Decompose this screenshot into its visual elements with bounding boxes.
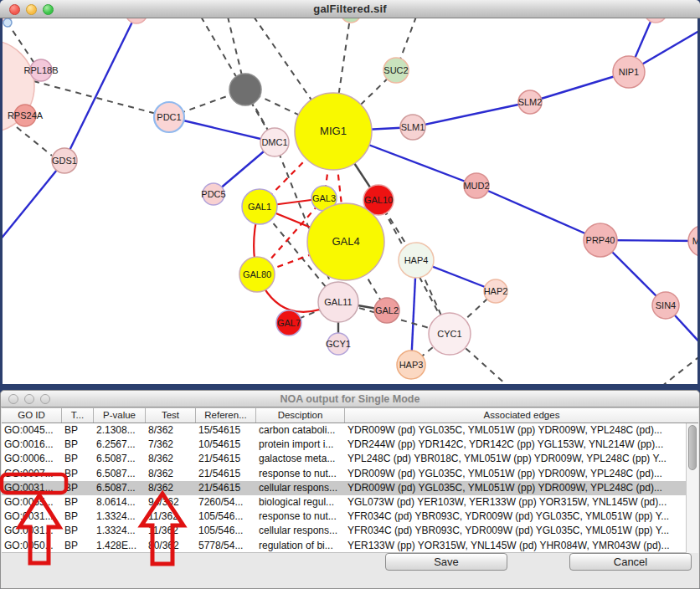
node-HAP4[interactable]: HAP4 xyxy=(399,243,434,278)
table-row[interactable]: GO:0031...BP1.3324...11/362105/546...res… xyxy=(2,510,686,524)
node-GAL2[interactable]: GAL2 xyxy=(374,298,399,323)
table-row[interactable]: GO:0050...BP1.428E...80/3625778/54...reg… xyxy=(2,539,686,553)
node-label: PRP40 xyxy=(586,235,615,245)
cell-reference: 21/54615 xyxy=(196,452,256,466)
cell-description: galactose meta... xyxy=(256,452,345,466)
edge-SLM1-SLM2[interactable] xyxy=(413,102,530,127)
node-NIP1[interactable]: NIP1 xyxy=(613,56,645,88)
cell-p-value: 8.0614... xyxy=(94,495,146,510)
node-GCY1[interactable]: GCY1 xyxy=(326,333,351,355)
node-topGreen[interactable] xyxy=(341,18,361,23)
noa-window-title: NOA output for Single Mode xyxy=(1,393,699,405)
cell-description: biological regul... xyxy=(256,495,345,510)
node-SLM1[interactable]: SLM1 xyxy=(400,115,425,140)
column-header-test[interactable]: Test xyxy=(146,408,196,423)
node-MSL1[interactable]: MSL1 xyxy=(688,225,697,257)
cell-type: BP xyxy=(62,495,94,510)
edge-PDC1-DMC1[interactable] xyxy=(169,117,275,142)
cell-edges: YER133W (pp) YOR315W, YNL145W (pd) YHR08… xyxy=(345,539,686,553)
cell-description: response to nut... xyxy=(256,467,345,481)
edge-MUD2-PRP40[interactable] xyxy=(476,186,600,240)
edge-pt-GDS1[interactable] xyxy=(64,18,136,161)
table-body: GO:0045...BP2.1308...8/36215/54615carbon… xyxy=(2,423,686,553)
node-CYC1[interactable]: CYC1 xyxy=(429,313,471,355)
cell-go-id: GO:0007... xyxy=(2,467,62,481)
node-PDC1[interactable]: PDC1 xyxy=(154,102,184,132)
node-label: SUC2 xyxy=(383,65,408,75)
node-label: RPL18B xyxy=(24,65,59,75)
cell-test: 8/362 xyxy=(146,467,196,481)
cell-test: 8/362 xyxy=(146,452,196,466)
table-row[interactable]: GO:0045...BP2.1308...8/36215/54615carbon… xyxy=(2,423,686,438)
node-label: PDC5 xyxy=(201,189,225,199)
cell-description: response to nut... xyxy=(256,510,345,524)
node-HAP2[interactable]: HAP2 xyxy=(484,279,508,303)
network-graph[interactable]: RPL18BRPS24AGDS1PDC1PDC5DMC1MIG1SUC2SLM1… xyxy=(3,18,697,384)
cell-reference: 15/54615 xyxy=(196,423,256,438)
node-label: MSL1 xyxy=(692,236,697,246)
network-canvas[interactable]: RPL18BRPS24AGDS1PDC1PDC5DMC1MIG1SUC2SLM1… xyxy=(3,18,697,384)
column-header-t-[interactable]: T... xyxy=(62,408,94,423)
node-label: GAL2 xyxy=(375,305,399,315)
node-SIN4[interactable]: SIN4 xyxy=(652,292,679,319)
node-label: GAL11 xyxy=(324,297,352,307)
node-GAL1[interactable]: GAL1 xyxy=(242,189,277,224)
network-window-title: galFiltered.sif xyxy=(0,3,700,15)
table-row[interactable]: GO:0006...BP6.5087...8/36221/54615galact… xyxy=(2,452,686,466)
table-row-selected[interactable]: GO:0031...BP6.5087...8/36221/54615cellul… xyxy=(2,481,686,495)
node-label: MIG1 xyxy=(320,125,347,137)
table-scrollbar[interactable] xyxy=(686,423,698,553)
cancel-button[interactable]: Cancel xyxy=(569,553,692,571)
cell-description: regulation of bi... xyxy=(256,539,345,553)
column-header-go-id[interactable]: GO ID xyxy=(2,408,62,423)
cell-reference: 105/546... xyxy=(196,524,256,538)
node-MIG1[interactable]: MIG1 xyxy=(295,93,372,170)
node-GAL80[interactable]: GAL80 xyxy=(239,257,275,292)
cell-edges: YFR034C (pd) YBR093C, YDR009W (pd) YGL03… xyxy=(345,524,686,538)
node-label: NIP1 xyxy=(619,67,639,77)
table-row[interactable]: GO:0065...BP8.0614...94/3627260/54...bio… xyxy=(2,495,686,510)
cell-type: BP xyxy=(62,438,94,452)
edge-pt-pt[interactable] xyxy=(661,355,697,384)
cell-p-value: 6.5087... xyxy=(94,452,146,466)
node-GAL7[interactable]: GAL7 xyxy=(276,310,301,335)
node-GDS1[interactable]: GDS1 xyxy=(52,148,77,173)
table-row[interactable]: GO:0007...BP6.5087...8/36221/54615respon… xyxy=(2,467,686,481)
cell-edges: YPL248C (pd) YBR018C, YML051W (pp) YDR00… xyxy=(345,452,686,466)
node-label: GAL10 xyxy=(364,195,393,205)
node-PDC5[interactable]: PDC5 xyxy=(201,183,225,205)
table-row[interactable]: GO:0031...BP1.3324...11/362105/546...cel… xyxy=(2,524,686,538)
column-header-desciption[interactable]: Desciption xyxy=(256,408,345,423)
scrollbar-thumb[interactable] xyxy=(688,425,697,470)
node-MUD2[interactable]: MUD2 xyxy=(463,173,489,198)
node-topRightPink[interactable] xyxy=(644,18,667,23)
node-label: HAP3 xyxy=(399,360,424,370)
node-grayNode[interactable] xyxy=(229,74,261,105)
network-window-titlebar: galFiltered.sif xyxy=(0,0,700,18)
cell-go-id: GO:0065... xyxy=(2,495,62,510)
node-PRP40[interactable]: PRP40 xyxy=(584,223,617,257)
node-HAP3[interactable]: HAP3 xyxy=(397,351,425,379)
cell-description: carbon cataboli... xyxy=(256,423,345,438)
edge-pt-pt[interactable] xyxy=(17,127,52,156)
network-window: galFiltered.sif RPL18BRPS24AGDS1PDC1PDC5… xyxy=(0,0,700,384)
column-header-referen-[interactable]: Referen... xyxy=(196,408,256,423)
node-GAL11[interactable]: GAL11 xyxy=(318,282,358,322)
node-cornerBlue[interactable] xyxy=(3,18,12,27)
node-label: GAL1 xyxy=(248,202,271,212)
node-SLM2[interactable]: SLM2 xyxy=(518,90,543,114)
node-SUC2[interactable]: SUC2 xyxy=(383,58,409,83)
table-row[interactable]: GO:0016...BP6.2567...7/36210/54615protei… xyxy=(2,438,686,452)
noa-window: NOA output for Single Mode GO IDT...P-va… xyxy=(0,390,700,589)
edge-GDS1-pt[interactable] xyxy=(3,161,64,245)
node-GAL4[interactable]: GAL4 xyxy=(307,203,384,280)
node-label: GDS1 xyxy=(52,156,77,166)
node-DMC1[interactable]: DMC1 xyxy=(260,128,289,156)
column-header-p-value[interactable]: P-value xyxy=(94,408,146,423)
column-header-associated-edges[interactable]: Associated edges xyxy=(345,408,698,423)
node-topPink[interactable] xyxy=(126,18,147,23)
save-button[interactable]: Save xyxy=(385,553,507,571)
cell-type: BP xyxy=(62,524,94,538)
node-label: HAP2 xyxy=(484,286,508,296)
cell-type: BP xyxy=(62,467,94,481)
